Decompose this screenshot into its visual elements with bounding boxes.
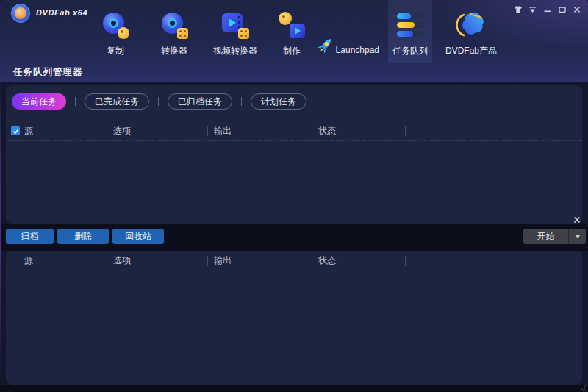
column-source: 源	[6, 251, 107, 271]
column-separator	[207, 256, 208, 266]
close-icon[interactable]	[571, 4, 582, 14]
title-nav-bar: DVDFab x64 复制	[0, 0, 588, 82]
nav-label: 制作	[283, 46, 301, 56]
nav-item-dvdfab-products[interactable]: DVDFab产品	[440, 0, 502, 63]
video-converter-icon	[220, 10, 250, 40]
maximize-icon[interactable]	[556, 4, 567, 14]
select-all-checkbox[interactable]	[11, 126, 20, 135]
column-options: 选项	[107, 251, 207, 271]
column-separator	[312, 256, 312, 266]
tab-scheduled-tasks[interactable]: 计划任务	[251, 93, 306, 110]
lower-table-header: 源 选项 输出 状态	[6, 251, 582, 271]
skin-tshirt-icon[interactable]	[512, 4, 523, 14]
nav-item-copy[interactable]: 复制	[93, 0, 137, 63]
resize-grip[interactable]	[580, 385, 587, 391]
nav-label: 转换器	[161, 46, 187, 56]
tab-separator	[241, 97, 242, 106]
tab-separator	[158, 97, 159, 106]
tab-current-tasks[interactable]: 当前任务	[12, 93, 66, 110]
nav-label: 复制	[107, 46, 124, 56]
column-output: 输出	[207, 251, 312, 271]
start-dropdown[interactable]	[568, 229, 586, 244]
dvdfab-products-icon	[455, 10, 487, 40]
task-tabs: 当前任务 已完成任务 已归档任务 计划任务	[12, 93, 306, 110]
dvdfab-logo-icon	[11, 4, 30, 23]
tab-completed-tasks[interactable]: 已完成任务	[85, 93, 149, 110]
column-label: 源	[24, 254, 33, 267]
close-icon	[573, 216, 581, 224]
column-label: 源	[24, 125, 33, 138]
window-left-edge-glow	[0, 71, 1, 392]
nav-label: Launchpad	[336, 45, 379, 57]
copy-disc-icon	[101, 10, 130, 40]
column-label: 输出	[214, 254, 232, 267]
bottom-status-strip	[0, 385, 588, 392]
column-separator	[107, 256, 107, 266]
nav-item-converter[interactable]: 转换器	[151, 0, 198, 63]
column-extra	[405, 251, 582, 271]
tab-separator	[75, 97, 76, 106]
start-button-label[interactable]: 开始	[523, 229, 568, 244]
queue-tasks-panel: 源 选项 输出 状态	[6, 251, 582, 385]
nav-item-launchpad[interactable]: Launchpad	[315, 0, 379, 63]
upper-table-body	[6, 141, 582, 221]
close-queue-panel-button[interactable]	[571, 214, 583, 226]
start-button[interactable]: 开始	[523, 229, 586, 244]
nav-label: 视频转换器	[213, 46, 257, 56]
column-label: 选项	[113, 125, 131, 138]
rocket-icon	[315, 35, 335, 57]
action-toolbar: 归档 删除 回收站 开始	[0, 224, 588, 251]
column-separator	[107, 126, 107, 136]
nav-label: DVDFab产品	[445, 46, 497, 56]
minimize-icon[interactable]	[542, 4, 553, 14]
lower-table-body	[6, 272, 582, 382]
column-separator	[312, 126, 312, 136]
dvdfab-window: DVDFab x64 复制	[0, 0, 588, 392]
nav-item-task-queue[interactable]: 任务队列	[388, 0, 432, 63]
page-title: 任务队列管理器	[13, 66, 83, 79]
delete-button[interactable]: 删除	[57, 229, 109, 244]
column-label: 输出	[214, 125, 232, 138]
converter-disc-icon	[159, 10, 189, 40]
nav-item-video-converter[interactable]: 视频转换器	[207, 0, 264, 63]
column-label: 状态	[318, 254, 336, 267]
column-separator	[405, 126, 406, 136]
column-extra	[405, 121, 582, 140]
column-source: 源	[6, 121, 107, 140]
column-label: 状态	[318, 125, 336, 138]
tab-archived-tasks[interactable]: 已归档任务	[168, 93, 232, 110]
recycle-bin-button[interactable]: 回收站	[112, 229, 164, 244]
column-label: 选项	[113, 254, 131, 267]
task-queue-icon	[395, 10, 425, 40]
chevron-down-icon	[575, 235, 581, 238]
nav-label: 任务队列	[392, 46, 428, 56]
column-separator	[405, 256, 406, 266]
current-tasks-panel: 当前任务 已完成任务 已归档任务 计划任务 源 选项 输出	[6, 85, 582, 224]
collapse-to-tray-icon[interactable]	[527, 4, 538, 14]
window-controls	[512, 4, 582, 14]
creator-icon	[277, 10, 306, 40]
column-separator	[207, 126, 208, 136]
app-title: DVDFab x64	[36, 8, 87, 17]
column-status: 状态	[312, 121, 405, 140]
upper-table-header: 源 选项 输出 状态	[6, 121, 582, 141]
archive-button[interactable]: 归档	[6, 229, 54, 244]
column-options: 选项	[107, 121, 207, 140]
column-status: 状态	[312, 251, 405, 271]
nav-item-creator[interactable]: 制作	[270, 0, 314, 63]
column-output: 输出	[207, 121, 312, 140]
